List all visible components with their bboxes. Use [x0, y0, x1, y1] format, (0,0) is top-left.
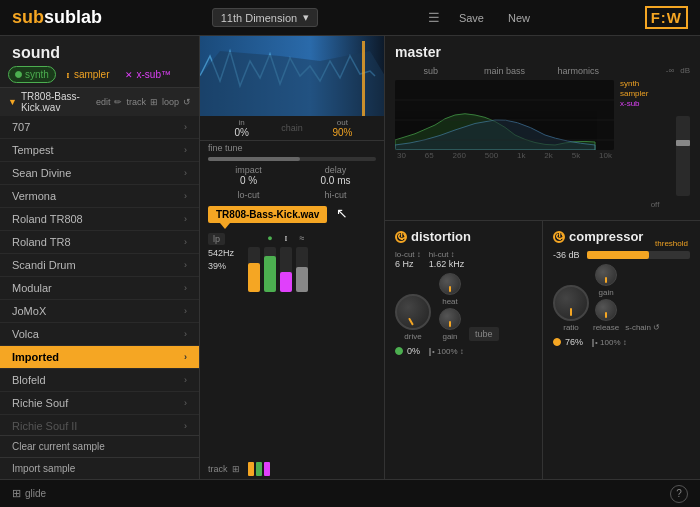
fader-1[interactable]	[248, 247, 260, 292]
fine-tune-slider[interactable]	[208, 157, 376, 161]
in-value: 0%	[234, 127, 248, 138]
menu-icon[interactable]: ☰	[428, 10, 440, 25]
drive-label: drive	[404, 332, 421, 341]
glide-label: glide	[25, 488, 46, 499]
impact-control[interactable]: impact 0 %	[208, 165, 289, 186]
list-item[interactable]: Richie Souf›	[0, 392, 199, 415]
hi-cut-label: hi-cut ↕	[429, 250, 465, 259]
threshold-db-value: -36 dB	[553, 250, 583, 260]
waveform-display[interactable]	[200, 36, 384, 116]
list-item[interactable]: Roland TR808›	[0, 208, 199, 231]
list-item[interactable]: Tempest›	[0, 139, 199, 162]
list-item[interactable]: JoMoX›	[0, 300, 199, 323]
track-row: track ⊞	[200, 459, 384, 479]
preset-selector[interactable]: 11th Dimension ▾	[212, 8, 318, 27]
fader-3[interactable]	[280, 247, 292, 292]
new-button[interactable]: New	[503, 10, 535, 26]
dist-bar-label: ‖• 100% ↕	[428, 347, 464, 356]
tooltip-text: TR808-Bass-Kick.wav	[216, 209, 319, 220]
compressor-power-button[interactable]: ⏻	[553, 231, 565, 243]
list-item[interactable]: Modular›	[0, 277, 199, 300]
track-bar-1	[248, 462, 254, 476]
tab-synth[interactable]: synth	[8, 66, 56, 83]
list-item[interactable]: Sean Divine›	[0, 162, 199, 185]
heat-knob[interactable]	[439, 273, 461, 295]
list-item[interactable]: 707›	[0, 116, 199, 139]
list-item[interactable]: Scandi Drum›	[0, 254, 199, 277]
ch-harmonics: harmonics	[542, 66, 614, 76]
clear-sample-button[interactable]: Clear current sample	[0, 435, 199, 457]
fader-fill-1	[248, 263, 260, 292]
mixer-col-4: ≈	[296, 233, 308, 292]
dist-lo-cut[interactable]: lo-cut ↕ 6 Hz	[395, 250, 421, 269]
db-header: -∞ dB	[620, 66, 690, 75]
grid-icon: ⊞	[12, 487, 21, 500]
chevron-icon: ›	[184, 168, 187, 178]
fader-4[interactable]	[296, 247, 308, 292]
comp-gain-knob[interactable]	[595, 264, 617, 286]
edit-button[interactable]: edit ✏	[96, 97, 123, 107]
threshold-label: threshold	[655, 239, 688, 248]
list-item-imported[interactable]: Imported›	[0, 346, 199, 369]
master-legend: synth sampler x-sub	[620, 79, 690, 108]
threshold-slider[interactable]: threshold	[587, 251, 690, 259]
ratio-label: ratio	[563, 323, 579, 332]
tube-selector[interactable]: tube	[469, 327, 499, 341]
drive-knob[interactable]	[395, 294, 431, 330]
dist-hi-cut[interactable]: hi-cut ↕ 1.62 kHz	[429, 250, 465, 269]
fader-thumb	[676, 140, 690, 146]
hi-cut-control[interactable]: hi-cut	[295, 190, 376, 200]
chevron-icon: ›	[184, 306, 187, 316]
comp-active-indicator	[553, 338, 561, 346]
in-control[interactable]: in 0%	[208, 118, 275, 138]
master-content: sub main bass harmonics	[395, 66, 690, 209]
master-fader-container[interactable]	[620, 116, 690, 196]
threshold-row: -36 dB threshold	[553, 250, 690, 260]
distortion-power-button[interactable]: ⏻	[395, 231, 407, 243]
drive-indicator	[408, 318, 414, 326]
list-item[interactable]: Vermona›	[0, 185, 199, 208]
save-button[interactable]: Save	[454, 10, 489, 26]
tooltip-popup: TR808-Bass-Kick.wav	[208, 206, 327, 223]
chevron-icon: ›	[184, 122, 187, 132]
svg-rect-1	[362, 41, 365, 116]
tab-sampler[interactable]: ⫾ sampler	[60, 67, 116, 82]
lp-indicator[interactable]: lp	[208, 233, 225, 245]
ratio-knob[interactable]	[553, 285, 589, 321]
expand-arrow-icon[interactable]: ▼	[8, 97, 17, 107]
fader-fill-2	[264, 256, 276, 292]
fine-tune-fill	[208, 157, 300, 161]
delay-control[interactable]: delay 0.0 ms	[295, 165, 376, 186]
lo-hi-row: lo-cut hi-cut	[200, 188, 384, 202]
schain-label[interactable]: s-chain ↺	[625, 323, 660, 332]
dist-active-indicator	[395, 347, 403, 355]
tooltip-arrow-icon	[220, 223, 230, 229]
list-item[interactable]: Volca›	[0, 323, 199, 346]
track-button[interactable]: track ⊞	[126, 97, 158, 107]
master-fader[interactable]	[676, 116, 690, 196]
master-fader-area: -∞ dB synth sampler x-sub off	[620, 66, 690, 209]
heat-gain-group: heat gain	[439, 273, 461, 341]
out-control[interactable]: out 90%	[309, 118, 376, 138]
ratio-knob-group: ratio	[553, 285, 589, 332]
list-item[interactable]: Richie Souf II›	[0, 415, 199, 435]
help-button[interactable]: ?	[670, 485, 688, 503]
release-knob[interactable]	[595, 299, 617, 321]
import-sample-button[interactable]: Import sample	[0, 457, 199, 479]
tab-xsub[interactable]: ✕ x-sub™	[119, 67, 176, 82]
sample-row: ▼ TR808-Bass-Kick.wav edit ✏ track ⊞ loo…	[0, 87, 199, 116]
in-label: in	[239, 118, 245, 127]
chevron-icon: ›	[184, 237, 187, 247]
gain-knob[interactable]	[439, 308, 461, 330]
release-knob-group: release	[593, 299, 619, 332]
mixer-col-1	[248, 247, 260, 292]
lo-cut-control[interactable]: lo-cut	[208, 190, 289, 200]
glide-button[interactable]: ⊞ glide	[12, 487, 46, 500]
fader-2[interactable]	[264, 247, 276, 292]
list-item[interactable]: Roland TR8›	[0, 231, 199, 254]
out-label: out	[337, 118, 348, 127]
top-center: ☰ Save New	[428, 10, 535, 26]
loop-button[interactable]: loop ↺	[162, 97, 191, 107]
list-item[interactable]: Blofeld›	[0, 369, 199, 392]
lo-cut-label: lo-cut ↕	[395, 250, 421, 259]
